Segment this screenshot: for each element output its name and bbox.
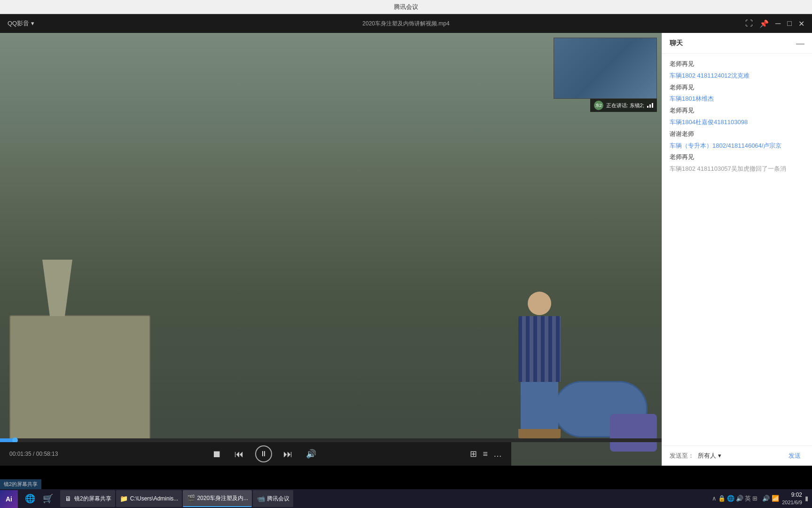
person-shoes bbox=[518, 429, 561, 438]
chat-minimize-button[interactable]: — bbox=[796, 39, 804, 48]
chat-message-1: 老师再见 bbox=[670, 59, 804, 69]
chat-message-2: 车辆1802 4181124012沈克难 bbox=[670, 71, 804, 81]
screen-share-text: 镜2的屏幕共享 bbox=[4, 481, 38, 487]
ai-badge-text: Ai bbox=[6, 495, 12, 503]
explorer-icon: 📁 bbox=[120, 494, 128, 503]
chat-message-6: 车辆1804杜嘉俊4181103098 bbox=[670, 118, 804, 127]
clock-date: 2021/6/9 bbox=[782, 499, 802, 506]
time-display: 00:01:35 / 00:58:13 bbox=[9, 451, 58, 457]
chat-message-10: 车辆1802 4181103057吴加虎撤回了一条消 bbox=[670, 164, 804, 174]
send-to-arrow-icon: ▾ bbox=[718, 452, 721, 459]
video-player-label: 2020车身注塑及内... bbox=[197, 494, 248, 502]
small-video-thumbnail bbox=[554, 38, 657, 99]
settings-icon[interactable]: ≡ bbox=[483, 449, 488, 459]
sys-icon-2[interactable]: 🌐 bbox=[727, 495, 734, 502]
speaker-avatar: 东2 bbox=[594, 101, 603, 110]
network-icon[interactable]: 📶 bbox=[772, 495, 779, 502]
chat-panel: 聊天 — 老师再见 车辆1802 4181124012沈克难 老师再见 车辆18… bbox=[662, 33, 812, 466]
person-body bbox=[518, 316, 561, 382]
title-bar: 腾讯会议 bbox=[0, 0, 812, 14]
ai-badge[interactable]: Ai bbox=[0, 490, 18, 508]
show-desktop-icon[interactable]: ▮ bbox=[805, 495, 808, 502]
tencent-meeting-icon: 📹 bbox=[257, 494, 265, 503]
close-player-icon[interactable]: ✕ bbox=[798, 19, 804, 28]
chevron-up-icon[interactable]: ∧ bbox=[712, 495, 717, 502]
chat-title: 聊天 bbox=[670, 39, 683, 48]
send-to-dropdown[interactable]: 所有人 ▾ bbox=[698, 452, 721, 460]
sys-lang[interactable]: 英 bbox=[745, 494, 751, 503]
controls-right: ⊞ ≡ … bbox=[470, 449, 502, 459]
prev-button[interactable]: ⏮ bbox=[233, 447, 246, 461]
speaking-text: 正在讲话: 东镜2; bbox=[606, 102, 644, 109]
chat-message-9: 老师再见 bbox=[670, 152, 804, 162]
speaking-indicator: 东2 正在讲话: 东镜2; bbox=[590, 99, 657, 112]
screen-share-label: 镜2的屏幕共享 bbox=[74, 495, 111, 503]
taskbar-video-player[interactable]: 🎬 2020车身注塑及内... bbox=[183, 490, 252, 507]
main-content: 东2 正在讲话: 东镜2; 00:01:35 / 00:58:13 ⏹ ⏮ ⏸ … bbox=[0, 33, 812, 466]
clock-time: 9:02 bbox=[782, 492, 802, 499]
fullscreen-icon[interactable]: ⛶ bbox=[745, 19, 753, 28]
player-menu[interactable]: QQ影音 ▾ bbox=[8, 19, 34, 28]
notification-area: ∧ 🔒 🌐 🔊 英 ⊞ bbox=[710, 494, 759, 503]
person-head bbox=[528, 292, 551, 315]
explorer-label: C:\Users\Adminis... bbox=[130, 495, 179, 502]
volume-button[interactable]: 🔊 bbox=[304, 447, 318, 461]
player-controls: 00:01:35 / 00:58:13 ⏹ ⏮ ⏸ ⏭ 🔊 ⊞ ≡ … bbox=[0, 442, 511, 466]
restore-icon[interactable]: □ bbox=[787, 19, 792, 28]
taskbar-browser-icon[interactable]: 🌐 bbox=[22, 490, 39, 507]
person-pants bbox=[521, 382, 558, 429]
taskbar-store-icon[interactable]: 🛒 bbox=[39, 490, 56, 507]
player-filename: 2020车身注塑及内饰讲解视频.mp4 bbox=[362, 20, 449, 28]
chat-message-3: 老师再见 bbox=[670, 83, 804, 93]
audio-signal bbox=[647, 103, 653, 108]
chat-footer: 发送至： 所有人 ▾ 发送 bbox=[662, 445, 812, 466]
person-figure bbox=[511, 292, 568, 442]
window-title: 腾讯会议 bbox=[394, 3, 418, 11]
send-to-value-text: 所有人 bbox=[698, 452, 716, 459]
send-button[interactable]: 发送 bbox=[785, 450, 804, 462]
snapshot-icon[interactable]: ⊞ bbox=[470, 449, 477, 459]
player-topbar: QQ影音 ▾ 2020车身注塑及内饰讲解视频.mp4 ⛶ 📌 ─ □ ✕ bbox=[0, 14, 812, 33]
volume-sys-icon[interactable]: 🔊 bbox=[762, 495, 770, 502]
system-clock[interactable]: 9:02 2021/6/9 bbox=[782, 492, 802, 506]
screen-share-icon: 🖥 bbox=[64, 494, 72, 503]
taskbar-apps: 🖥 镜2的屏幕共享 📁 C:\Users\Adminis... 🎬 2020车身… bbox=[58, 490, 295, 507]
small-video-content bbox=[554, 38, 656, 98]
player-brand-label[interactable]: QQ影音 ▾ bbox=[8, 19, 34, 28]
sys-icon-3[interactable]: 🔊 bbox=[736, 495, 743, 502]
machine-left bbox=[9, 315, 150, 447]
controls-center: ⏹ ⏮ ⏸ ⏭ 🔊 bbox=[63, 445, 464, 462]
taskbar: Ai 📂 🌐 🛒 🖥 镜2的屏幕共享 📁 C:\Users\Adminis...… bbox=[0, 489, 812, 508]
chat-header: 聊天 — bbox=[662, 33, 812, 54]
minimize-player-icon[interactable]: ─ bbox=[775, 19, 781, 28]
video-player-icon: 🎬 bbox=[187, 494, 195, 502]
pin-icon[interactable]: 📌 bbox=[759, 19, 769, 28]
chat-messages: 老师再见 车辆1802 4181124012沈克难 老师再见 车辆1801林维杰… bbox=[662, 54, 812, 445]
pause-button[interactable]: ⏸ bbox=[255, 445, 272, 462]
chat-message-7: 谢谢老师 bbox=[670, 129, 804, 139]
sys-tray: 🔊 📶 bbox=[762, 495, 779, 502]
taskbar-explorer[interactable]: 📁 C:\Users\Adminis... bbox=[116, 490, 182, 507]
sys-grid[interactable]: ⊞ bbox=[752, 495, 757, 502]
taskbar-tencent-meeting[interactable]: 📹 腾讯会议 bbox=[253, 490, 293, 507]
chat-message-4: 车辆1801林维杰 bbox=[670, 94, 804, 104]
next-button[interactable]: ⏭ bbox=[281, 447, 295, 461]
signal-bar-3 bbox=[652, 103, 653, 108]
screen-share-badge: 镜2的屏幕共享 bbox=[0, 479, 41, 489]
more-icon[interactable]: … bbox=[493, 449, 502, 459]
taskbar-right: ∧ 🔒 🌐 🔊 英 ⊞ 🔊 📶 9:02 2021/6/9 ▮ bbox=[706, 492, 812, 506]
progress-bar-area[interactable] bbox=[0, 438, 662, 442]
chat-message-8: 车辆（专升本）1802/4181146064/卢宗京 bbox=[670, 141, 804, 151]
sys-icon-1[interactable]: 🔒 bbox=[718, 495, 726, 502]
stop-button[interactable]: ⏹ bbox=[210, 447, 223, 461]
player-window-controls: ⛶ 📌 ─ □ ✕ bbox=[745, 19, 804, 28]
signal-bar-1 bbox=[647, 106, 648, 108]
tencent-meeting-label: 腾讯会议 bbox=[267, 495, 289, 503]
signal-bar-2 bbox=[649, 104, 651, 108]
send-to-label: 发送至： bbox=[670, 452, 694, 460]
taskbar-screen-share[interactable]: 🖥 镜2的屏幕共享 bbox=[60, 490, 115, 507]
chat-message-5: 老师再见 bbox=[670, 106, 804, 116]
video-area[interactable]: 东2 正在讲话: 东镜2; 00:01:35 / 00:58:13 ⏹ ⏮ ⏸ … bbox=[0, 33, 662, 466]
machine-motor bbox=[610, 414, 657, 452]
